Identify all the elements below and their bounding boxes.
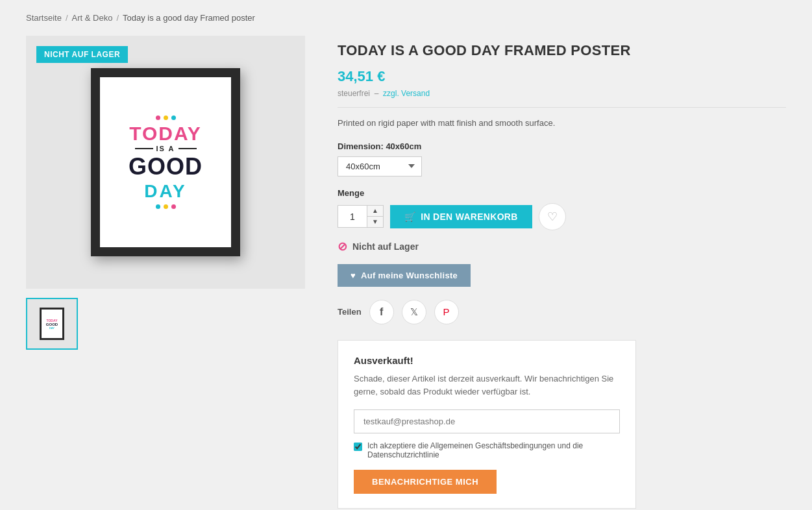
breadcrumb: Startseite / Art & Deko / Today is a goo… [26,13,786,23]
quantity-down-button[interactable]: ▼ [367,217,383,227]
product-title: TODAY IS A GOOD DAY FRAMED POSTER [338,42,786,59]
twitter-icon: 𝕏 [410,306,418,318]
wishlist-row: ♥ Auf meine Wunschliste [338,264,786,287]
quantity-input[interactable] [338,206,367,227]
divider-1 [338,107,786,108]
menge-label: Menge [338,188,786,198]
out-of-stock-row: ⊘ Nicht auf Lager [338,239,786,254]
sold-out-description: Schade, dieser Artikel ist derzeit ausve… [354,372,620,400]
poster-isa-row: IS A [135,145,197,152]
out-of-stock-text: Nicht auf Lager [352,241,419,252]
product-images: NICHT AUF LAGER TODAY [26,36,305,350]
dot-teal-top [171,115,176,120]
breadcrumb-current: Today is a good day Framed poster [123,13,255,23]
breadcrumb-home[interactable]: Startseite [26,13,62,23]
thumb-day: DAY [49,326,55,330]
dimension-label: Dimension: 40x60cm [338,141,786,151]
cart-icon: 🛒 [404,212,415,222]
twitter-button[interactable]: 𝕏 [402,300,426,324]
poster-frame: TODAY IS A GOOD DAY [91,68,240,256]
terms-text: Ich akzeptiere die Allgemeinen Geschäfts… [367,441,620,459]
ban-icon: ⊘ [338,239,347,254]
quantity-row: ▲ ▼ 🛒 IN DEN WARENKORB ♡ [338,203,786,230]
pinterest-button[interactable]: P [434,300,459,324]
terms-row: Ich akzeptiere die Allgemeinen Geschäfts… [354,441,620,459]
dot-pink-top [156,115,160,120]
sold-out-title: Ausverkauft! [354,355,620,366]
thumbnail-row: TODAY GOOD DAY [26,298,305,350]
breadcrumb-category[interactable]: Art & Deko [72,13,113,23]
poster-day-text: DAY [144,181,187,202]
product-description: Printed on rigid paper with matt finish … [338,117,786,130]
product-price: 34,51 € [338,68,786,85]
shipping-link[interactable]: zzgl. Versand [383,89,430,98]
out-of-stock-badge: NICHT AUF LAGER [36,46,128,63]
poster-dots-top [156,115,176,120]
poster-good-text: GOOD [129,154,203,180]
poster-today-text: TODAY [129,124,202,143]
add-to-cart-label: IN DEN WARENKORB [421,212,517,222]
thumbnail-item-1[interactable]: TODAY GOOD DAY [26,298,78,350]
wishlist-icon-button[interactable]: ♡ [539,203,566,230]
poster-dots-bottom [156,204,176,209]
product-tax: steuerfrei – zzgl. Versand [338,89,786,98]
wishlist-heart-icon: ♥ [351,271,356,280]
dot-yellow-top [164,115,168,120]
add-to-cart-button[interactable]: 🛒 IN DEN WARENKORB [390,205,532,228]
quantity-up-button[interactable]: ▲ [367,206,383,217]
wishlist-page-button[interactable]: ♥ Auf meine Wunschliste [338,264,471,287]
dot-teal-bottom [156,204,160,209]
share-label: Teilen [338,307,362,317]
main-image-box: TODAY IS A GOOD DAY [26,36,305,289]
facebook-button[interactable]: f [369,300,394,324]
product-info: TODAY IS A GOOD DAY FRAMED POSTER 34,51 … [338,36,786,509]
dot-pink-bottom [171,204,176,209]
dimension-select[interactable]: 40x60cm [338,156,422,176]
dimension-select-wrap: 40x60cm [338,156,786,176]
pinterest-icon: P [443,306,450,317]
poster-isa-text: IS A [156,145,175,152]
tax-text: steuerfrei [338,89,370,98]
dot-yellow-bottom [164,204,168,209]
quantity-arrows: ▲ ▼ [367,206,383,227]
main-image-container: NICHT AUF LAGER TODAY [26,36,305,289]
heart-icon: ♡ [547,210,558,224]
poster-inner: TODAY IS A GOOD DAY [100,77,231,247]
terms-checkbox[interactable] [354,443,362,451]
facebook-icon: f [380,306,383,318]
share-row: Teilen f 𝕏 P [338,300,786,324]
poster-line-right [178,148,197,149]
breadcrumb-sep2: / [116,13,119,23]
breadcrumb-sep1: / [66,13,68,23]
sold-out-box: Ausverkauft! Schade, dieser Artikel ist … [338,340,636,509]
thumb-inner: TODAY GOOD DAY [42,310,62,338]
wishlist-page-label: Auf meine Wunschliste [361,271,458,280]
notify-email-input[interactable] [354,409,620,433]
poster-line-left [135,148,153,149]
notify-button[interactable]: BENACHRICHTIGE MICH [354,470,497,494]
quantity-control: ▲ ▼ [338,205,384,228]
thumb-frame: TODAY GOOD DAY [40,308,64,340]
